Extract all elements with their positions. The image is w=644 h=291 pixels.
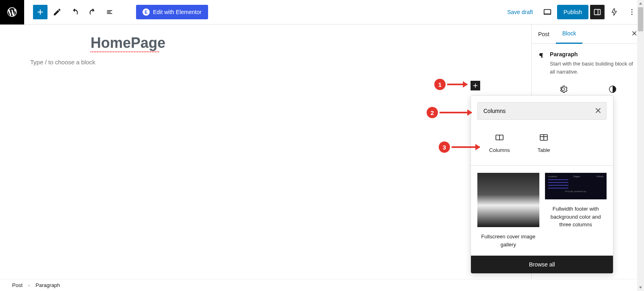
preview-button[interactable] <box>539 4 555 20</box>
elementor-icon: E <box>142 8 150 16</box>
edit-icon <box>53 8 62 16</box>
editor-topbar: E Edit with Elementor Save draft Publish <box>0 0 644 25</box>
block-option-label: Columns <box>489 147 510 153</box>
settings-sidebar-toggle[interactable] <box>590 5 605 19</box>
annotation-arrow <box>452 146 480 148</box>
pattern-thumbnail: LocationPagesFollow Proudly powered by <box>545 173 607 199</box>
clear-search-button[interactable] <box>594 106 603 117</box>
block-type-title: Paragraph <box>550 51 638 57</box>
pattern-thumbnail <box>477 173 539 227</box>
close-icon <box>631 30 638 37</box>
list-view-icon <box>106 8 115 16</box>
annotation-1: 1 <box>434 79 467 90</box>
toolbar-right: Save draft Publish <box>502 4 644 20</box>
inserter-results-patterns: Fullscreen cover image gallery LocationP… <box>471 166 613 256</box>
document-overview-button[interactable] <box>102 4 118 20</box>
inserter-search-wrap <box>477 102 607 120</box>
svg-rect-1 <box>594 9 601 14</box>
redo-button[interactable] <box>85 4 101 20</box>
redo-icon <box>88 8 97 16</box>
publish-label: Publish <box>564 9 582 15</box>
more-vertical-icon <box>628 8 636 16</box>
block-inserter-popup: Columns Table Fullscreen cover image gal… <box>471 95 613 274</box>
wp-logo[interactable] <box>0 0 24 25</box>
svg-point-4 <box>632 12 633 13</box>
svg-point-3 <box>632 9 633 10</box>
jetpack-button[interactable] <box>606 4 622 20</box>
pattern-caption: Fullwidth footer with background color a… <box>545 205 607 229</box>
columns-icon <box>495 133 504 142</box>
publish-button[interactable]: Publish <box>557 5 588 19</box>
annotation-badge: 3 <box>439 141 450 153</box>
jetpack-icon <box>610 8 619 16</box>
breadcrumb-separator: › <box>28 282 30 288</box>
inserter-search-input[interactable] <box>477 102 607 120</box>
styles-icon <box>608 85 617 94</box>
paragraph-icon <box>538 51 545 60</box>
browse-all-button[interactable]: Browse all <box>471 256 613 273</box>
table-icon <box>539 133 549 142</box>
wordpress-icon <box>6 6 18 18</box>
edit-with-elementor-button[interactable]: E Edit with Elementor <box>136 5 208 19</box>
undo-icon <box>70 8 79 16</box>
inline-add-block-button[interactable] <box>471 81 480 90</box>
annotation-3: 3 <box>439 141 480 153</box>
breadcrumb-current: Paragraph <box>35 282 60 288</box>
desktop-icon <box>543 8 552 16</box>
scroll-up-icon <box>639 2 642 5</box>
pattern-caption: Fullscreen cover image gallery <box>477 233 539 248</box>
elementor-label: Edit with Elementor <box>153 9 202 15</box>
block-breadcrumb: Post › Paragraph <box>0 279 644 291</box>
annotation-arrow <box>447 84 467 85</box>
svg-rect-0 <box>544 10 551 14</box>
breadcrumb-root[interactable]: Post <box>12 282 23 288</box>
pattern-option-footer-columns[interactable]: LocationPagesFollow Proudly powered by F… <box>545 173 607 248</box>
post-title-wrapper: HomePage <box>30 35 473 51</box>
tab-post[interactable]: Post <box>532 25 556 44</box>
block-option-table[interactable]: Table <box>522 129 566 157</box>
scroll-down-icon <box>639 286 642 289</box>
plus-icon <box>472 82 479 89</box>
block-option-label: Table <box>537 147 550 153</box>
post-title-input[interactable]: HomePage <box>30 35 165 51</box>
annotation-arrow <box>440 112 472 113</box>
tools-button[interactable] <box>49 4 65 20</box>
inserter-results-blocks: Columns Table <box>471 126 613 165</box>
vertical-scrollbar[interactable] <box>637 0 644 291</box>
block-type-desc: Start with the basic building block of a… <box>550 60 638 76</box>
sidebar-icon <box>593 8 601 16</box>
tab-block[interactable]: Block <box>556 25 582 44</box>
undo-button[interactable] <box>67 4 83 20</box>
pattern-option-cover-gallery[interactable]: Fullscreen cover image gallery <box>477 173 539 248</box>
scrollbar-thumb[interactable] <box>638 7 643 31</box>
toggle-inserter-button[interactable] <box>33 5 47 19</box>
sidebar-tabs: Post Block <box>532 25 644 44</box>
annotation-badge: 1 <box>434 79 446 90</box>
svg-point-5 <box>632 14 633 15</box>
plus-icon <box>36 8 45 16</box>
empty-paragraph-block[interactable]: Type / to choose a block <box>30 59 95 66</box>
toolbar-left: E Edit with Elementor <box>24 4 208 20</box>
settings-gear-icon <box>559 85 568 94</box>
close-icon <box>594 106 603 115</box>
block-option-columns[interactable]: Columns <box>477 129 522 157</box>
save-draft-button[interactable]: Save draft <box>502 9 538 15</box>
annotation-2: 2 <box>427 107 472 118</box>
annotation-badge: 2 <box>427 107 438 118</box>
block-description: Paragraph Start with the basic building … <box>532 44 644 83</box>
